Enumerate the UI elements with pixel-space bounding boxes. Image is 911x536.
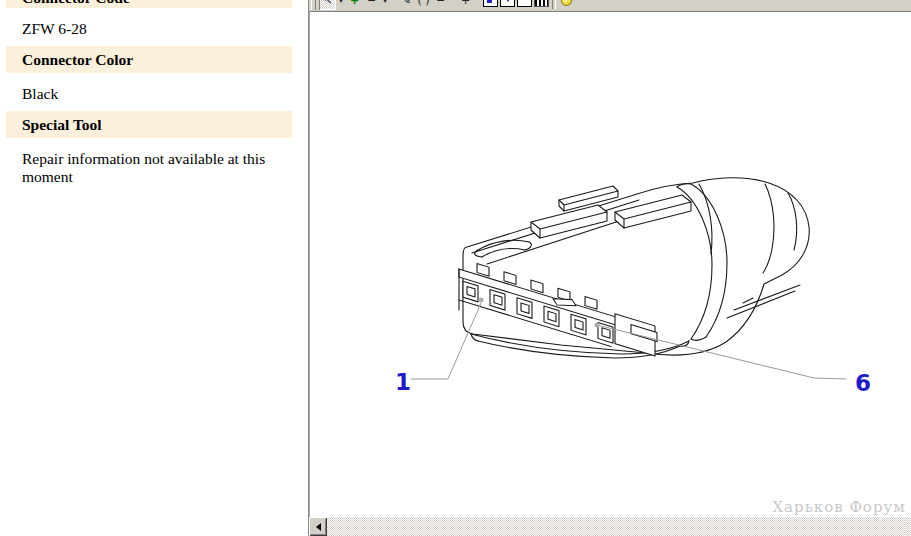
connector-info-panel: Connector Code ZFW 6-28 Connector Color … bbox=[6, 0, 292, 194]
zoom-out-button[interactable]: − bbox=[363, 0, 380, 10]
thumbnails-button[interactable] bbox=[533, 0, 550, 10]
chevron-down-icon: ▾ bbox=[339, 0, 343, 5]
connector-color-value: Black bbox=[22, 85, 58, 102]
fit-width-button[interactable] bbox=[499, 0, 516, 10]
plus-button[interactable]: + bbox=[457, 0, 474, 10]
full-page-button[interactable] bbox=[516, 0, 533, 10]
plus-icon: + bbox=[461, 0, 470, 7]
fit-window-button[interactable] bbox=[482, 0, 499, 10]
select-tool-button[interactable]: ↖ bbox=[319, 0, 336, 10]
horizontal-scrollbar[interactable] bbox=[309, 517, 911, 536]
rotate-icon: ( ) bbox=[417, 0, 429, 7]
help-icon bbox=[561, 0, 572, 6]
info-header-label: Special Tool bbox=[22, 116, 102, 133]
cursor-icon: ↖ bbox=[323, 0, 332, 7]
zoom-in-button[interactable]: + bbox=[346, 0, 363, 10]
fit-window-icon bbox=[483, 0, 498, 7]
zoom-dropdown-button[interactable]: ▾ bbox=[380, 0, 390, 10]
info-row-header: Connector Code bbox=[6, 0, 292, 8]
toolbar-separator bbox=[552, 0, 556, 9]
info-header-label: Connector Code bbox=[22, 0, 292, 7]
info-row-value: ZFW 6-28 bbox=[6, 8, 292, 46]
drawing-canvas: 1 6 Харьков Форум bbox=[309, 11, 911, 517]
drawing-viewer: ↖ ▾ + − ▾ ✎ ( ) − + bbox=[308, 0, 911, 536]
info-row-value: Black bbox=[6, 73, 292, 111]
markup-pen-button[interactable]: ✎ bbox=[398, 0, 415, 10]
minus-button[interactable]: − bbox=[432, 0, 449, 10]
pin1-label: 1 bbox=[395, 369, 411, 395]
select-dropdown-button[interactable]: ▾ bbox=[336, 0, 346, 10]
left-arrow-icon bbox=[316, 523, 321, 531]
pin1-marker bbox=[479, 298, 484, 303]
page-icon bbox=[517, 0, 532, 7]
minus-icon: − bbox=[436, 0, 445, 7]
connector-diagram: 1 6 bbox=[310, 12, 911, 517]
info-row-header: Connector Color bbox=[6, 46, 292, 73]
info-header-label: Connector Color bbox=[22, 51, 133, 68]
pin6-label: 6 bbox=[855, 370, 871, 396]
pencil-icon: ✎ bbox=[402, 0, 411, 7]
info-row-header: Special Tool bbox=[6, 111, 292, 138]
toolbar-gripper[interactable] bbox=[311, 0, 316, 10]
chevron-down-icon: ▾ bbox=[383, 0, 387, 5]
plus-icon: + bbox=[350, 0, 359, 7]
viewer-toolbar: ↖ ▾ + − ▾ ✎ ( ) − + bbox=[309, 0, 911, 11]
fit-width-icon bbox=[500, 0, 515, 7]
rotate-view-button[interactable]: ( ) bbox=[415, 0, 432, 10]
scroll-left-button[interactable] bbox=[309, 517, 327, 536]
watermark-text: Харьков Форум bbox=[772, 498, 906, 516]
special-tool-value: Repair information not available at this… bbox=[22, 150, 265, 185]
help-button[interactable] bbox=[558, 0, 575, 10]
thumbnails-icon bbox=[534, 0, 549, 7]
info-row-value: Repair information not available at this… bbox=[6, 138, 277, 194]
connector-code-value: ZFW 6-28 bbox=[22, 20, 87, 37]
minus-icon: − bbox=[367, 0, 376, 7]
pin6-marker bbox=[595, 323, 600, 328]
